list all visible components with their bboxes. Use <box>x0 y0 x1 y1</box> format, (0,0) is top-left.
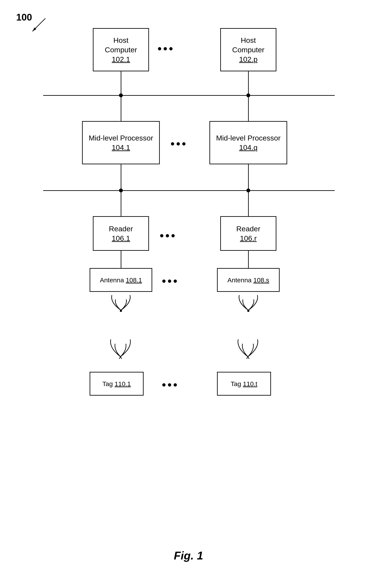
antennas-ref: 108.s <box>253 276 269 284</box>
bus-line-1 <box>43 95 335 96</box>
hostp-label: Host Computer <box>232 36 264 54</box>
reader1-ref: 106.1 <box>112 234 130 243</box>
vline-bus1-midp <box>248 95 249 121</box>
mid-processor-q-box: Mid-level Processor 104.q <box>210 121 287 164</box>
mid-dots: ••• <box>171 137 188 150</box>
midq-label: Mid-level Processor <box>216 133 281 143</box>
svg-point-2 <box>120 310 122 312</box>
arrow-indicator <box>28 16 47 36</box>
antenna-dots: ••• <box>162 275 179 288</box>
mid-processor-1-box: Mid-level Processor 104.1 <box>82 121 160 164</box>
svg-marker-4 <box>116 357 125 359</box>
antennas-label: Antenna 108.s <box>227 276 269 284</box>
figure-label: Fig. 1 <box>174 549 203 562</box>
bus-line-2 <box>43 190 335 191</box>
tagt-label: Tag 110.t <box>231 380 257 388</box>
readerr-ref: 106.r <box>240 234 257 243</box>
midq-ref: 104.q <box>239 143 257 152</box>
reader-1-box: Reader 106.1 <box>93 216 149 251</box>
reader-r-box: Reader 106.r <box>220 216 276 251</box>
tag1-ref: 110.1 <box>115 380 131 388</box>
hostp-ref: 102.p <box>239 54 257 64</box>
vline-readerr-ants <box>248 251 249 268</box>
tagt-ref: 110.t <box>243 380 257 388</box>
antenna-1-box: Antenna 108.1 <box>90 268 152 292</box>
vline-mid1-down <box>121 164 121 190</box>
reader-dots: ••• <box>160 229 177 242</box>
vline-host1-down <box>121 71 121 95</box>
vline-reader1-ant1 <box>121 251 121 268</box>
host1-label: Host Computer <box>105 36 137 54</box>
host1-ref: 102.1 <box>112 54 130 64</box>
vline-bus2-readerr <box>248 190 249 216</box>
host-computer-1-box: Host Computer 102.1 <box>93 28 149 71</box>
tag-1-box: Tag 110.1 <box>90 372 144 396</box>
mid1-ref: 104.1 <box>112 143 130 152</box>
mid1-label: Mid-level Processor <box>89 133 153 143</box>
tag1-signal <box>106 329 134 359</box>
tag-t-box: Tag 110.t <box>217 372 271 396</box>
vline-bus1-mid1 <box>121 95 121 121</box>
readerr-label: Reader <box>236 224 260 234</box>
host-computer-p-box: Host Computer 102.p <box>220 28 276 71</box>
signal-1 <box>108 293 134 312</box>
diagram: 100 Host Computer 102.1 Host Computer 10… <box>0 0 377 588</box>
antenna-s-box: Antenna 108.s <box>217 268 280 292</box>
tag-dots: ••• <box>162 378 179 391</box>
antenna1-ref: 108.1 <box>126 276 142 284</box>
tags-signal <box>234 329 262 359</box>
reader1-label: Reader <box>109 224 133 234</box>
antenna1-label: Antenna 108.1 <box>100 276 142 284</box>
svg-marker-6 <box>244 357 252 359</box>
vline-bus2-reader1 <box>121 190 121 216</box>
host-dots: ••• <box>158 42 175 55</box>
signal-s <box>235 293 261 312</box>
svg-point-3 <box>247 310 249 312</box>
tag1-label: Tag 110.1 <box>102 380 131 388</box>
vline-midq-down <box>248 164 249 190</box>
vline-hostp-down <box>248 71 249 95</box>
